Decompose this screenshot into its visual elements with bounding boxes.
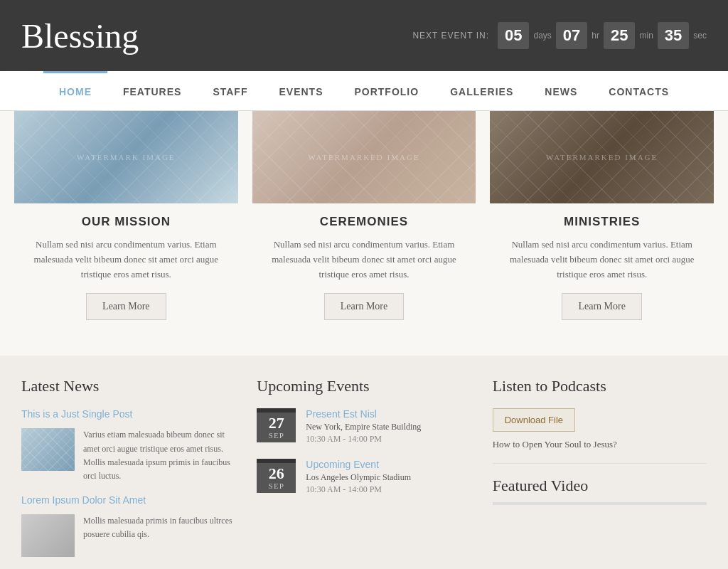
event-1-date-box: 27 SEP bbox=[257, 408, 296, 442]
event-2-info: Upcoming Event Los Angeles Olympic Stadi… bbox=[306, 459, 411, 495]
event-1-month: SEP bbox=[261, 431, 291, 440]
main-nav: HOME FEATURES STAFF EVENTS PORTFOLIO GAL… bbox=[0, 71, 728, 111]
nav-contacts[interactable]: CONTACTS bbox=[593, 71, 685, 110]
card-ministries: Watermarked Image MINISTRIES Nullam sed … bbox=[490, 111, 714, 334]
download-file-button[interactable]: Download File bbox=[493, 408, 575, 432]
timer-min-unit: min bbox=[639, 31, 653, 41]
watermark-ceremonies: Watermarked Image bbox=[308, 153, 419, 161]
timer-sec-unit: sec bbox=[693, 31, 707, 41]
event-2-date-box: 26 SEP bbox=[257, 459, 296, 493]
event-1-day: 27 bbox=[261, 415, 291, 431]
featured-video-heading: Featured Video bbox=[493, 477, 707, 495]
news-post-1-title: This is a Just Single Post bbox=[21, 408, 235, 420]
learn-more-mission[interactable]: Learn More bbox=[86, 293, 166, 320]
next-event-label: NEXT EVENT IN: bbox=[412, 31, 489, 41]
nav-staff[interactable]: STAFF bbox=[197, 71, 263, 110]
news-post-2-body: Mollis malesuada primis in faucibus ultr… bbox=[83, 514, 235, 557]
learn-more-ceremonies[interactable]: Learn More bbox=[324, 293, 404, 320]
latest-news-col: Latest News This is a Just Single Post V… bbox=[21, 377, 235, 568]
nav-news[interactable]: NEWS bbox=[529, 71, 593, 110]
site-title: Blessing bbox=[21, 16, 139, 55]
news-post-2-title: Lorem Ipsum Dolor Sit Amet bbox=[21, 494, 235, 506]
event-2-title: Upcoming Event bbox=[306, 459, 411, 470]
bottom-sections: Latest News This is a Just Single Post V… bbox=[0, 356, 728, 568]
event-1-date-top bbox=[257, 408, 296, 413]
news-thumb-2 bbox=[21, 514, 75, 557]
timer-hr-value: 07 bbox=[556, 22, 587, 49]
card-ministries-body: Nullam sed nisi arcu condimentum varius.… bbox=[490, 238, 714, 282]
event-1-info: Present Est Nisl New York, Empire State … bbox=[306, 408, 421, 445]
timer-days-unit: days bbox=[533, 31, 551, 41]
news-thumb-1 bbox=[21, 428, 75, 471]
event-2-date-top bbox=[257, 459, 296, 463]
card-mission-image: Watermark Image bbox=[14, 111, 238, 203]
news-post-1-body: Varius etiam malesuada bibeum donec sit … bbox=[83, 428, 235, 483]
card-ceremonies: Watermarked Image CEREMONIES Nullam sed … bbox=[252, 111, 476, 334]
video-placeholder bbox=[493, 502, 707, 505]
upcoming-events-heading: Upcoming Events bbox=[257, 377, 471, 395]
card-ceremonies-body: Nullam sed nisi arcu condimentum varius.… bbox=[252, 238, 476, 282]
event-2: 26 SEP Upcoming Event Los Angeles Olympi… bbox=[257, 459, 471, 495]
card-mission-title: OUR MISSION bbox=[14, 215, 238, 229]
card-ministries-image: Watermarked Image bbox=[490, 111, 714, 203]
timer-sec-value: 35 bbox=[658, 22, 689, 49]
card-ceremonies-image: Watermarked Image bbox=[252, 111, 476, 203]
learn-more-ministries[interactable]: Learn More bbox=[562, 293, 641, 320]
news-post-1: Varius etiam malesuada bibeum donec sit … bbox=[21, 428, 235, 483]
cards-section: Watermark Image OUR MISSION Nullam sed n… bbox=[0, 111, 728, 356]
nav-portfolio[interactable]: PORTFOLIO bbox=[338, 71, 434, 110]
nav-galleries[interactable]: GALLERIES bbox=[434, 71, 529, 110]
card-ceremonies-title: CEREMONIES bbox=[252, 215, 476, 229]
watermark-ministries: Watermarked Image bbox=[546, 153, 658, 161]
next-event-timer: NEXT EVENT IN: 05 days 07 hr 25 min 35 s… bbox=[412, 22, 707, 49]
event-2-day: 26 bbox=[261, 466, 291, 482]
latest-news-heading: Latest News bbox=[21, 377, 235, 395]
event-2-month: SEP bbox=[261, 482, 291, 490]
podcasts-col: Listen to Podcasts Download File How to … bbox=[493, 377, 707, 568]
timer-hr-unit: hr bbox=[592, 31, 599, 41]
timer-min-value: 25 bbox=[604, 22, 635, 49]
news-post-2: Mollis malesuada primis in faucibus ultr… bbox=[21, 514, 235, 557]
card-mission: Watermark Image OUR MISSION Nullam sed n… bbox=[14, 111, 238, 334]
event-1-time: 10:30 AM - 14:00 PM bbox=[306, 434, 421, 445]
nav-events[interactable]: EVENTS bbox=[263, 71, 338, 110]
podcasts-heading: Listen to Podcasts bbox=[493, 377, 707, 395]
nav-home[interactable]: HOME bbox=[43, 71, 107, 110]
card-ministries-title: MINISTRIES bbox=[490, 215, 714, 229]
podcast-description: How to Open Your Soul to Jesus? bbox=[493, 439, 707, 464]
event-1-venue: New York, Empire State Building bbox=[306, 422, 421, 432]
cards-container: Watermark Image OUR MISSION Nullam sed n… bbox=[14, 111, 714, 334]
event-1: 27 SEP Present Est Nisl New York, Empire… bbox=[257, 408, 471, 445]
event-1-title: Present Est Nisl bbox=[306, 408, 421, 420]
event-2-venue: Los Angeles Olympic Stadium bbox=[306, 472, 411, 483]
upcoming-events-col: Upcoming Events 27 SEP Present Est Nisl … bbox=[257, 377, 471, 568]
card-mission-body: Nullam sed nisi arcu condimentum varius.… bbox=[14, 238, 238, 282]
nav-features[interactable]: FEATURES bbox=[107, 71, 197, 110]
watermark-mission: Watermark Image bbox=[77, 153, 175, 161]
site-header: Blessing NEXT EVENT IN: 05 days 07 hr 25… bbox=[0, 0, 728, 71]
event-2-time: 10:30 AM - 14:00 PM bbox=[306, 484, 411, 495]
timer-days-value: 05 bbox=[498, 22, 529, 49]
